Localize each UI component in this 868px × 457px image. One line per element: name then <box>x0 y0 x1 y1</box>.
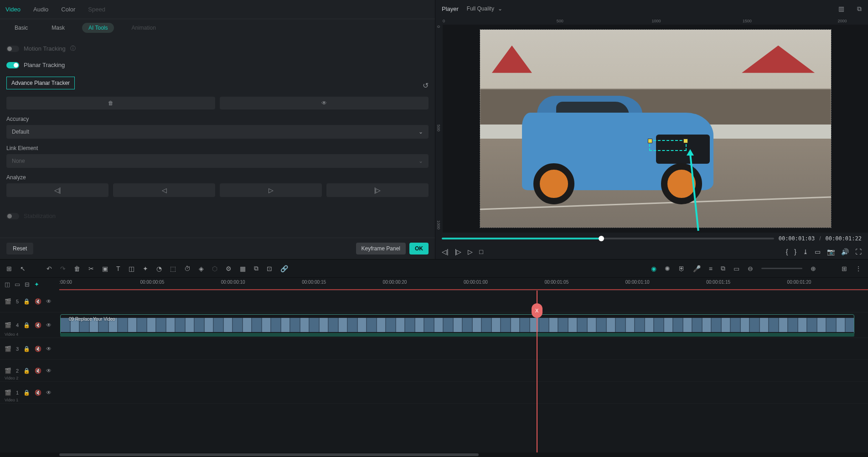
tl-magnet-icon[interactable]: ⊞ <box>6 265 12 272</box>
track-lock-icon[interactable]: 🔒 <box>23 298 30 305</box>
track-lane[interactable] <box>59 360 868 382</box>
track-lock-icon[interactable]: 🔒 <box>23 389 30 396</box>
tl-record-icon[interactable]: ⊡ <box>267 265 272 272</box>
track-lane[interactable]: 09 Replace Your Video <box>59 312 868 338</box>
stop-button[interactable]: □ <box>479 248 483 255</box>
tl-cut-icon[interactable]: ✂ <box>88 265 94 272</box>
tl-color-icon[interactable]: ◔ <box>156 265 162 272</box>
tl-text-icon[interactable]: T <box>116 265 120 272</box>
tracks-area[interactable]: X 09 Replace Your Video <box>59 291 868 452</box>
tl-shield-icon[interactable]: ⛨ <box>678 265 685 272</box>
track-eye-icon[interactable]: 👁 <box>46 389 52 396</box>
track-video-icon[interactable]: 🎬 <box>5 322 11 328</box>
zoom-slider[interactable] <box>761 268 802 269</box>
tl-layout-icon[interactable]: ⊞ <box>842 265 847 272</box>
track-eye-icon[interactable]: 👁 <box>46 322 52 328</box>
advance-planar-tracker-button[interactable]: Advance Planar Tracker <box>6 77 75 89</box>
h-scroll-thumb[interactable] <box>59 453 479 456</box>
analyze-forward-button[interactable]: ▷ <box>220 183 322 197</box>
subtab-aitools[interactable]: AI Tools <box>82 23 114 33</box>
track-mute-icon[interactable]: 🔇 <box>35 389 41 396</box>
zoom-in-icon[interactable]: ⊕ <box>811 265 816 272</box>
toggle-visibility-button[interactable]: 👁 <box>220 97 429 109</box>
reset-tracker-icon[interactable]: ↺ <box>423 81 429 90</box>
timeline-ruler[interactable]: :00:0000:00:00:0500:00:00:1000:00:00:150… <box>59 278 868 291</box>
track-lane[interactable] <box>59 291 868 312</box>
track-video-icon[interactable]: 🎬 <box>5 368 11 374</box>
tl-speed-icon[interactable]: ⏱ <box>184 265 191 272</box>
tl-collapse-icon[interactable]: ⊟ <box>25 281 30 288</box>
info-icon[interactable]: ⓘ <box>70 45 76 52</box>
track-mute-icon[interactable]: 🔇 <box>35 368 41 374</box>
track-lane[interactable] <box>59 382 868 404</box>
track-video-icon[interactable]: 🎬 <box>5 389 11 396</box>
snapshot-icon[interactable]: 📷 <box>827 248 835 255</box>
analyze-reverse-button[interactable]: ◁ <box>113 183 215 197</box>
track-lock-icon[interactable]: 🔒 <box>23 346 30 352</box>
tab-color[interactable]: Color <box>61 6 75 13</box>
tab-video[interactable]: Video <box>5 6 21 13</box>
next-frame-button[interactable]: |▷ <box>455 248 462 255</box>
quality-dropdown[interactable]: Full Quality ⌄ <box>467 5 502 12</box>
tl-menu-icon[interactable]: ⋮ <box>855 265 862 272</box>
track-video-icon[interactable]: 🎬 <box>5 346 11 352</box>
analyze-forward-to-end-button[interactable]: |▷ <box>326 183 429 197</box>
tl-link-icon[interactable]: 🔗 <box>280 265 288 272</box>
keyframe-panel-button[interactable]: Keyframe Panel <box>356 243 406 254</box>
play-button[interactable]: ▷ <box>468 248 473 255</box>
tl-group-icon[interactable]: ▦ <box>240 265 246 272</box>
tl-auto-icon[interactable]: ◉ <box>651 265 656 272</box>
tl-keyframe-icon[interactable]: ◈ <box>199 265 204 272</box>
fullscreen-icon[interactable]: ⛶ <box>855 248 862 255</box>
display-icon[interactable]: ▭ <box>815 248 821 255</box>
track-eye-icon[interactable]: 👁 <box>46 298 52 305</box>
track-lock-icon[interactable]: 🔒 <box>23 368 30 374</box>
tl-tool-a-icon[interactable]: ⬡ <box>212 265 217 272</box>
reset-button[interactable]: Reset <box>6 243 33 254</box>
zoom-out-icon[interactable]: ⊖ <box>748 265 753 272</box>
accuracy-select[interactable]: Default ⌄ <box>6 125 429 139</box>
planar-tracking-toggle[interactable] <box>6 62 19 68</box>
export-frame-icon[interactable]: ⤓ <box>803 248 808 255</box>
track-mute-icon[interactable]: 🔇 <box>35 298 41 305</box>
analyze-reverse-to-start-button[interactable]: ◁| <box>6 183 108 197</box>
link-element-select[interactable]: None ⌄ <box>6 154 429 168</box>
compare-view-icon[interactable]: ▥ <box>838 5 844 12</box>
player-progress-bar[interactable] <box>442 238 774 239</box>
track-lock-icon[interactable]: 🔒 <box>23 322 30 328</box>
ok-button[interactable]: OK <box>409 243 429 254</box>
track-eye-icon[interactable]: 👁 <box>46 346 52 352</box>
scope-icon[interactable]: ⧉ <box>857 5 862 13</box>
tl-settings-icon[interactable]: ✺ <box>665 265 670 272</box>
prev-frame-button[interactable]: ◁| <box>442 248 449 255</box>
track-video-icon[interactable]: 🎬 <box>5 298 11 305</box>
timeline-playhead[interactable]: X <box>537 291 537 452</box>
track-mute-icon[interactable]: 🔇 <box>35 322 41 328</box>
tl-select-icon[interactable]: ↖ <box>20 265 26 272</box>
tab-audio[interactable]: Audio <box>33 6 48 13</box>
tl-adjust-icon[interactable]: ⚙ <box>226 265 232 272</box>
tl-mask-icon[interactable]: ◫ <box>129 265 134 272</box>
tl-mic-icon[interactable]: 🎤 <box>693 265 701 272</box>
delete-tracker-button[interactable]: 🗑 <box>6 97 215 109</box>
subtab-basic[interactable]: Basic <box>8 23 34 33</box>
tl-crop-icon[interactable]: ▣ <box>102 265 108 272</box>
tl-beetle-icon[interactable]: ✦ <box>34 281 39 288</box>
subtab-mask[interactable]: Mask <box>45 23 71 33</box>
tl-dual-icon[interactable]: ⧉ <box>721 265 725 272</box>
tl-nest-icon[interactable]: ⧉ <box>254 265 258 272</box>
tl-transform-icon[interactable]: ⬚ <box>170 265 176 272</box>
tl-mixer-icon[interactable]: ≡ <box>709 265 713 272</box>
tl-effect-icon[interactable]: ✦ <box>143 265 148 272</box>
tl-redo-icon[interactable]: ↷ <box>60 265 66 272</box>
player-canvas[interactable] <box>443 25 868 233</box>
track-lane[interactable] <box>59 338 868 360</box>
playhead-marker[interactable]: X <box>532 303 542 318</box>
timeline-horizontal-scrollbar[interactable] <box>0 452 868 457</box>
tl-delete-icon[interactable]: 🗑 <box>74 265 80 272</box>
tl-marker-bar-icon[interactable]: ◫ <box>5 281 10 288</box>
tl-marker-icon[interactable]: ▭ <box>734 265 739 272</box>
video-clip[interactable]: 09 Replace Your Video <box>60 314 854 336</box>
motion-tracking-toggle[interactable] <box>6 46 19 52</box>
mark-out-button[interactable]: } <box>794 248 796 255</box>
